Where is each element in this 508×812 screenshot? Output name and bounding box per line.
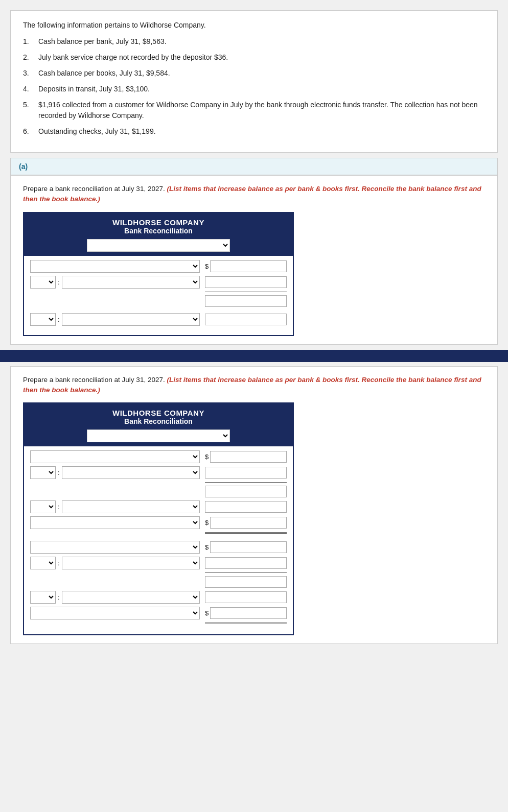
list-item: 1. Cash balance per bank, July 31, $9,56… (23, 36, 485, 47)
full-sub-select-g-left[interactable] (30, 591, 56, 604)
full-input-c[interactable] (205, 501, 287, 513)
recon-body-top: $ : (24, 256, 293, 335)
recon-row-1-left[interactable] (30, 260, 200, 273)
full-select-a[interactable] (30, 450, 200, 463)
full-row-a: $ (30, 450, 287, 463)
sub-select-right-3[interactable] (62, 313, 200, 326)
date-dropdown-wrapper-full[interactable] (28, 429, 289, 442)
full-sub-select-f-right[interactable] (62, 557, 200, 569)
colon-c: : (58, 503, 60, 511)
full-total-2[interactable] (205, 576, 287, 588)
info-list: 1. Cash balance per bank, July 31, $9,56… (23, 36, 485, 137)
row2-input[interactable] (205, 276, 287, 288)
dollar-e: $ (205, 543, 209, 551)
total-input-1[interactable] (205, 295, 287, 307)
sub-row-main-right-3[interactable] (62, 313, 200, 326)
dollar-d: $ (205, 519, 209, 527)
recon-body-full: $ : (24, 446, 293, 634)
row1-input[interactable] (210, 260, 287, 272)
row3-input[interactable] (205, 314, 287, 325)
recon-sub-row-2: : (30, 276, 287, 289)
divider-f (30, 572, 287, 573)
item-text: July bank service charge not recorded by… (38, 52, 228, 63)
date-dropdown-wrapper[interactable] (28, 239, 289, 252)
sub-row-main-right[interactable] (62, 276, 200, 289)
page-container: The following information pertains to Wi… (0, 0, 508, 812)
full-row-e: $ (30, 541, 287, 554)
divider-d (30, 532, 287, 534)
colon-b: : (58, 469, 60, 476)
item-text: Cash balance per bank, July 31, $9,563. (38, 36, 167, 47)
item-num: 2. (23, 52, 38, 63)
colon-g: : (58, 593, 60, 601)
date-select-top[interactable] (87, 239, 230, 252)
sub-select-left-2[interactable] (30, 276, 56, 289)
item-num: 6. (23, 126, 38, 137)
recon-row-1-right: $ (205, 260, 287, 272)
total-row-1-right[interactable] (205, 295, 287, 307)
full-sub-row-c: : (30, 500, 287, 513)
company-name-full: WILDHORSE COMPANY (28, 409, 289, 417)
full-select-h[interactable] (30, 607, 200, 619)
divider-h (30, 623, 287, 624)
list-item: 4. Deposits in transit, July 31, $3,100. (23, 84, 485, 94)
sub-select-right-2[interactable] (62, 276, 200, 289)
item-text: Outstanding checks, July 31, $1,199. (38, 126, 156, 137)
dollar-a: $ (205, 453, 209, 461)
full-total-row-2 (30, 576, 287, 588)
row1-select[interactable] (30, 260, 200, 273)
sub-row-mini-left-3[interactable] (30, 313, 56, 326)
full-input-h[interactable] (210, 607, 287, 619)
list-item: 5. $1,916 collected from a customer for … (23, 100, 485, 121)
sub-row-input-2[interactable] (205, 276, 287, 288)
divider-line-1 (30, 292, 287, 292)
info-card: The following information pertains to Wi… (10, 10, 498, 153)
full-input-f[interactable] (205, 557, 287, 569)
reconciliation-card-top: Prepare a bank reconciliation at July 31… (10, 175, 498, 345)
list-item: 6. Outstanding checks, July 31, $1,199. (23, 126, 485, 137)
instruction-text-full: Prepare a bank reconciliation at July 31… (23, 375, 485, 396)
recon-subtitle-full: Bank Reconciliation (28, 417, 289, 425)
item-text: $1,916 collected from a customer for Wil… (38, 100, 485, 121)
full-input-d[interactable] (210, 517, 287, 529)
recon-subtitle: Bank Reconciliation (28, 227, 289, 235)
full-sub-select-c-right[interactable] (62, 500, 200, 513)
item-num: 5. (23, 100, 38, 121)
full-total-row-1 (30, 486, 287, 497)
recon-sub-row-3: : (30, 313, 287, 326)
company-name: WILDHORSE COMPANY (28, 218, 289, 227)
date-select-full[interactable] (87, 429, 230, 442)
dollar-sign-1: $ (205, 262, 209, 270)
colon-2: : (58, 278, 60, 286)
sub-select-left-3[interactable] (30, 313, 56, 326)
full-select-e[interactable] (30, 541, 200, 554)
colon-f: : (58, 559, 60, 567)
total-row-1 (30, 295, 287, 307)
full-input-b[interactable] (205, 467, 287, 479)
instruction-text-top: Prepare a bank reconciliation at July 31… (23, 184, 485, 205)
full-input-g[interactable] (205, 591, 287, 603)
list-item: 2. July bank service charge not recorded… (23, 52, 485, 63)
colon-3: : (58, 316, 60, 323)
full-sub-row-f: : (30, 557, 287, 569)
full-sub-select-c-left[interactable] (30, 500, 56, 513)
full-sub-select-g-right[interactable] (62, 591, 200, 604)
dollar-h: $ (205, 609, 209, 617)
section-a-label: (a) (10, 158, 498, 175)
full-sub-select-f-left[interactable] (30, 557, 56, 569)
full-sub-select-b-right[interactable] (62, 466, 200, 479)
full-row-h: $ (30, 607, 287, 619)
full-sub-select-b-left[interactable] (30, 466, 56, 479)
item-num: 4. (23, 84, 38, 94)
sub-row-mini-left[interactable] (30, 276, 56, 289)
sub-row-input-3[interactable] (205, 314, 287, 325)
full-select-d[interactable] (30, 516, 200, 529)
full-sub-row-g: : (30, 591, 287, 604)
divider-b (30, 482, 287, 483)
full-input-a[interactable] (210, 451, 287, 463)
intro-text: The following information pertains to Wi… (23, 21, 485, 29)
full-total-1[interactable] (205, 486, 287, 497)
item-num: 3. (23, 68, 38, 79)
item-text: Deposits in transit, July 31, $3,100. (38, 84, 150, 94)
full-input-e[interactable] (210, 541, 287, 553)
